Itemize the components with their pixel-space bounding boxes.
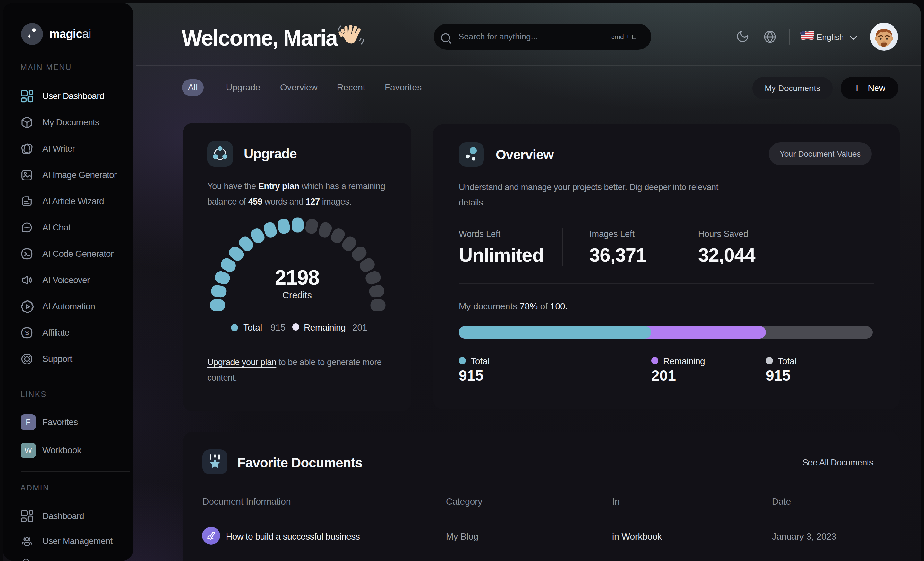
svg-text:$: $ bbox=[25, 329, 28, 336]
